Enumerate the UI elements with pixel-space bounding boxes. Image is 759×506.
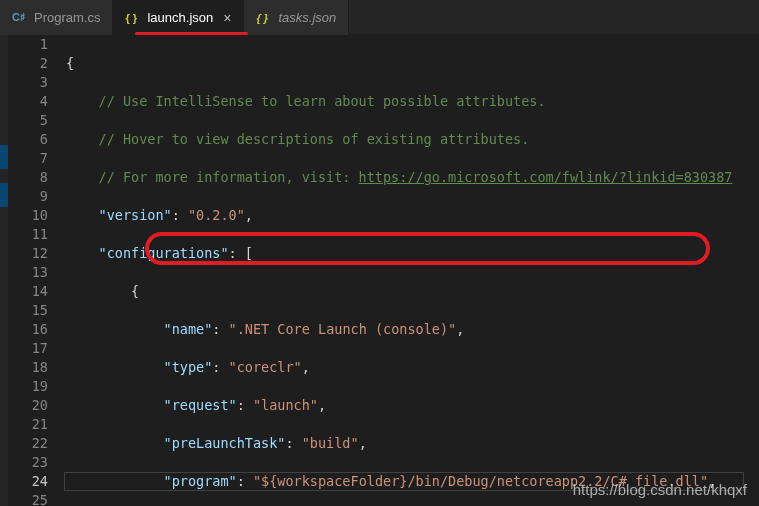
- tab-label: tasks.json: [278, 10, 336, 25]
- tab-launch-json[interactable]: { } launch.json ×: [113, 0, 244, 35]
- json-icon: { }: [256, 10, 272, 26]
- code-content[interactable]: { // Use IntelliSense to learn about pos…: [66, 35, 759, 506]
- json-icon: { }: [125, 10, 141, 26]
- csharp-icon: C♯: [12, 10, 28, 26]
- docs-link[interactable]: https://go.microsoft.com/fwlink/?linkid=…: [359, 169, 733, 185]
- tab-label: Program.cs: [34, 10, 100, 25]
- watermark: https://blog.csdn.net/khqxf: [573, 481, 747, 498]
- close-icon[interactable]: ×: [223, 10, 231, 26]
- code-editor[interactable]: 1234567891011121314151617181920212223242…: [8, 35, 759, 506]
- tab-tasks-json[interactable]: { } tasks.json: [244, 0, 349, 35]
- tab-program-cs[interactable]: C♯ Program.cs: [0, 0, 113, 35]
- activity-bar-sliver: [0, 35, 8, 506]
- editor-tabs: C♯ Program.cs { } launch.json × { } task…: [0, 0, 759, 35]
- tab-label: launch.json: [147, 10, 213, 25]
- annotation-tab-underline: [135, 32, 248, 35]
- line-numbers: 1234567891011121314151617181920212223242…: [8, 35, 66, 506]
